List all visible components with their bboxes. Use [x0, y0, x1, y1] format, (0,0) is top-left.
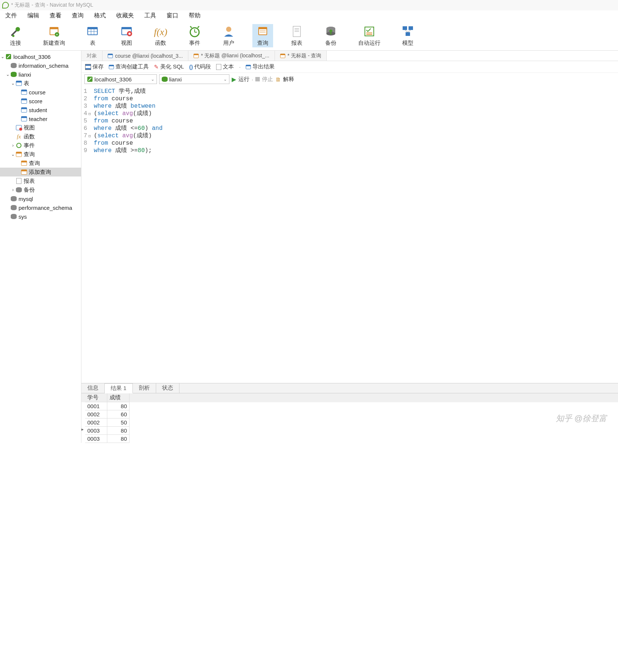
tree-functions[interactable]: fx 函数 [0, 132, 81, 141]
stop-button[interactable]: 停止 [262, 76, 273, 83]
tree-db-performance-schema[interactable]: performance_schema [0, 203, 81, 212]
cell[interactable]: 50 [107, 419, 130, 427]
tree-db-lianxi[interactable]: ⌄ lianxi [0, 70, 81, 79]
result-tab-3[interactable]: 状态 [156, 383, 179, 393]
cell[interactable]: 80 [107, 435, 130, 443]
cell[interactable]: 0003 [85, 427, 107, 435]
svg-rect-34 [403, 26, 407, 30]
toolbar-table-button[interactable]: 表 [82, 24, 103, 47]
run-button[interactable]: 运行 [238, 76, 249, 83]
explain-button[interactable]: 解释 [283, 76, 294, 83]
table-row[interactable]: 000250 [81, 419, 618, 427]
doc-tab-tab-untitled-2[interactable]: * 无标题 - 查询 [275, 51, 327, 61]
new-query-icon: + [47, 25, 61, 38]
database-combo[interactable]: lianxi ⌄ [159, 74, 229, 84]
cell[interactable]: 0001 [85, 402, 107, 410]
tree-connection[interactable]: ⌄ localhost_3306 [0, 52, 81, 61]
code-line[interactable]: from course [94, 117, 163, 125]
table-row[interactable]: 000380 [81, 435, 618, 443]
cell[interactable]: 0003 [85, 435, 107, 443]
toolbar-report-button[interactable]: 报表 [286, 24, 307, 47]
doc-tab-tab-course[interactable]: course @lianxi (localhost_3... [103, 51, 188, 61]
toolbar-model-button[interactable]: 模型 [397, 24, 418, 47]
expand-icon[interactable]: › [10, 143, 16, 148]
tree-query-item[interactable]: 查询 [0, 159, 81, 168]
toolbar-autorun-button[interactable]: 自动运行 [355, 24, 384, 47]
menu-2[interactable]: 查看 [50, 12, 61, 20]
doc-tab-objects[interactable]: 对象 [81, 51, 103, 61]
menu-8[interactable]: 帮助 [189, 12, 201, 20]
menu-4[interactable]: 格式 [94, 12, 106, 20]
cell[interactable]: 0002 [85, 419, 107, 427]
tree-reports[interactable]: 报表 [0, 177, 81, 185]
toolbar-connect-button[interactable]: 连接 [5, 24, 26, 47]
result-tab-2[interactable]: 剖析 [133, 383, 156, 393]
expand-icon[interactable]: ⌄ [10, 81, 16, 86]
tree-db-sys[interactable]: sys [0, 212, 81, 221]
connection-row: localhost_3306 ⌄ lianxi ⌄ ▶ 运行 · 停止 🗎 解释 [81, 73, 618, 85]
table-row[interactable]: ▸000380 [81, 427, 618, 435]
col-header[interactable]: 学号 [85, 393, 107, 402]
result-tab-1[interactable]: 结果 1 [105, 383, 133, 393]
connection-combo[interactable]: localhost_3306 ⌄ [84, 74, 157, 84]
text-button[interactable]: 文本 [216, 63, 234, 70]
cell[interactable]: 0002 [85, 410, 107, 419]
tree-db-mysql[interactable]: mysql [0, 194, 81, 203]
query-builder-button[interactable]: 查询创建工具 [109, 63, 149, 70]
tree-table-score[interactable]: score [0, 97, 81, 105]
code-line[interactable]: SELECT 学号,成绩 [94, 88, 163, 95]
save-button[interactable]: 保存 [85, 63, 104, 70]
toolbar-backup-button[interactable]: 备份 [320, 24, 341, 47]
menu-3[interactable]: 查询 [72, 12, 84, 20]
col-header[interactable]: 成绩 [107, 393, 130, 402]
menu-6[interactable]: 工具 [144, 12, 156, 20]
tree-queries-folder[interactable]: ⌄ 查询 [0, 150, 81, 159]
tree-tables-folder[interactable]: ⌄ 表 [0, 79, 81, 88]
menu-1[interactable]: 编辑 [27, 12, 39, 20]
tree-table-teacher[interactable]: teacher [0, 114, 81, 123]
toolbar-new-query-button[interactable]: +新建查询 [39, 24, 69, 47]
toolbar-user-button[interactable]: 用户 [218, 24, 239, 47]
code-line[interactable]: where 成绩 <=60) and [94, 125, 163, 132]
toolbar-event-button[interactable]: 事件 [184, 24, 205, 47]
expand-icon[interactable]: ⌄ [5, 72, 10, 77]
toolbar-view-button[interactable]: 视图 [116, 24, 137, 47]
code-line[interactable]: from course [94, 95, 163, 103]
cell[interactable]: 80 [107, 402, 130, 410]
cell[interactable]: 60 [107, 410, 130, 419]
expand-icon[interactable]: ⌄ [0, 54, 5, 59]
tree-backups[interactable]: › 备份 [0, 185, 81, 194]
beautify-sql-button[interactable]: ✎美化 SQL [154, 63, 184, 70]
toolbar-function-button[interactable]: f(x)函数 [150, 24, 171, 47]
table-row[interactable]: 000260 [81, 410, 618, 419]
menu-bar: 文件编辑查看查询格式收藏夹工具窗口帮助 [0, 10, 618, 22]
export-result-button[interactable]: 导出结果 [246, 63, 275, 70]
expand-icon[interactable]: › [10, 187, 16, 192]
doc-tab-tab-untitled-1[interactable]: * 无标题 @lianxi (localhost_... [188, 51, 275, 61]
code-line[interactable]: where 成绩 >=80); [94, 147, 163, 154]
code-line[interactable]: (select avg(成绩) [94, 132, 163, 140]
menu-7[interactable]: 窗口 [167, 12, 178, 20]
menu-5[interactable]: 收藏夹 [116, 12, 134, 20]
code-area[interactable]: SELECT 学号,成绩from coursewhere 成绩 between(… [94, 88, 163, 383]
menu-0[interactable]: 文件 [5, 12, 17, 20]
expand-icon[interactable]: ⌄ [10, 152, 16, 157]
database-icon [10, 71, 17, 78]
tree-db-information-schema[interactable]: information_schema [0, 61, 81, 70]
cell[interactable]: 80 [107, 427, 130, 435]
tree-table-student[interactable]: student [0, 105, 81, 114]
code-line[interactable]: (select avg(成绩) [94, 110, 163, 117]
toolbar-query-button[interactable]: 查询 [252, 24, 273, 47]
tree-table-course[interactable]: course [0, 88, 81, 97]
code-line[interactable]: from course [94, 140, 163, 147]
sql-editor[interactable]: 1234⊟567⊟89 SELECT 学号,成绩from coursewhere… [81, 85, 618, 383]
tree-label: teacher [29, 116, 47, 122]
tree-query-item-add[interactable]: 添加查询 [0, 168, 81, 177]
table-row[interactable]: 000180 [81, 402, 618, 410]
code-line[interactable]: where 成绩 between [94, 103, 163, 110]
run-icon[interactable]: ▶ [232, 76, 236, 83]
tree-views[interactable]: 视图 [0, 123, 81, 132]
code-snippet-button[interactable]: ()代码段 [189, 63, 211, 70]
result-tab-0[interactable]: 信息 [81, 383, 105, 393]
tree-events[interactable]: › 事件 [0, 141, 81, 150]
